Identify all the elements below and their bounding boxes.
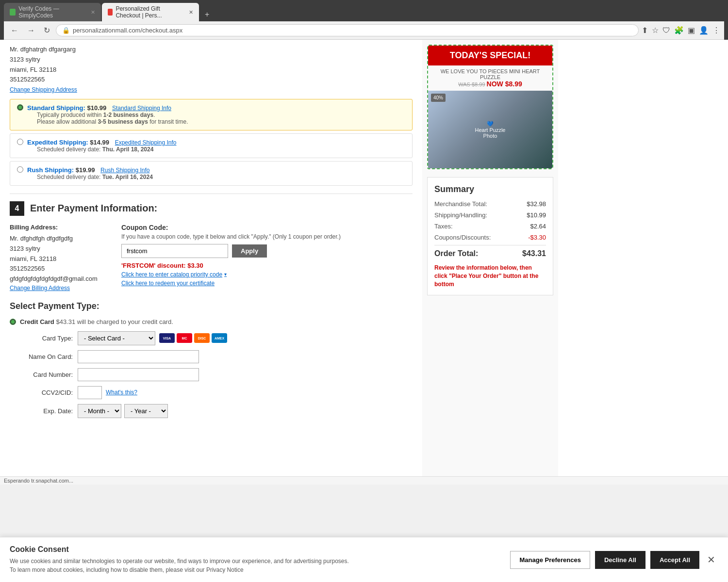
standard-shipping-name: Standard Shipping: [27,104,85,112]
credit-card-label: Credit Card $43.31 will be charged to yo… [20,318,173,325]
exp-year-select[interactable]: - Year - 2024 2025 2026 2027 2028 [124,404,168,418]
payment-inner: Billing Address: Mr. dfghdfgh dfgdfgdfg … [10,224,413,291]
change-billing-link[interactable]: Change Billing Address [10,285,70,291]
chevron-down-icon: ▾ [224,272,227,277]
standard-shipping-detail2: Please allow additional 3-5 business day… [37,118,188,125]
ad-now-price: NOW $8.99 [487,80,522,88]
discount-text: 'FRSTCOM' discount: $3.30 [121,262,413,269]
card-number-row: Card Number: [19,368,413,381]
catalog-link-text: Click here to enter catalog priority cod… [121,271,222,278]
page-content: Mr. dfghatrgh dfgargarg 3123 syltry miam… [0,40,728,476]
tab-1-close[interactable]: ✕ [91,9,95,16]
merchandise-label: Merchandise Total: [434,200,487,208]
ad-product-name: WE LOVE YOU TO PIECES MINI HEART PUZZLE [441,68,540,80]
tab-2-close[interactable]: ✕ [189,9,193,16]
expedited-shipping-info-link[interactable]: Expedited Shipping Info [115,139,177,146]
forward-button[interactable]: → [24,25,38,36]
rush-shipping-name: Rush Shipping: [27,166,74,174]
coupon-note: If you have a coupon code, type it below… [121,233,413,240]
main-content: Mr. dfghatrgh dfgargarg 3123 syltry miam… [0,40,422,476]
new-tab-button[interactable]: + [200,8,214,21]
credit-card-radio[interactable] [10,319,16,325]
toolbar-icons: ⬆ ☆ 🛡 🧩 ▣ 👤 ⋮ [642,26,720,35]
merchandise-total-row: Merchandise Total: $32.98 [434,200,546,208]
name-on-card-row: Name On Card: [19,350,413,363]
shipping-total-row: Shipping/Handling: $10.99 [434,211,546,219]
card-number-input[interactable] [78,368,199,381]
puzzle-icon[interactable]: 🧩 [674,26,684,35]
coupon-label: Coupon Code: [121,224,413,231]
ccv-input[interactable] [78,386,102,399]
lock-icon: 🔒 [62,27,70,34]
shipping-phone: 3512522565 [10,75,413,85]
tab-1[interactable]: Verify Codes — SimplyCodes ✕ [4,3,101,21]
sidebar-icon[interactable]: ▣ [688,26,695,35]
billing-city-state: miami, FL 32118 [10,254,107,264]
taxes-row: Taxes: $2.64 [434,223,546,230]
menu-icon[interactable]: ⋮ [712,26,720,35]
whatsthis-link[interactable]: What's this? [106,389,137,396]
change-shipping-link[interactable]: Change Shipping Address [10,86,77,93]
mastercard-icon: MC [177,333,192,343]
standard-shipping-info-link[interactable]: Standard Shipping Info [112,105,171,112]
expedited-shipping-label[interactable]: Expedited Shipping: $14.99 Expedited Shi… [17,139,405,153]
order-total-label: Order Total: [434,249,478,258]
status-left: Esperando tr.snapchat.com... [4,478,73,484]
card-type-select[interactable]: - Select Card - Visa Mastercard Discover… [78,331,155,345]
sidebar-ad[interactable]: TODAY'S SPECIAL! WE LOVE YOU TO PIECES M… [427,45,553,169]
sidebar: TODAY'S SPECIAL! WE LOVE YOU TO PIECES M… [422,40,558,476]
shipping-name: Mr. dfghatrgh dfgargarg [10,45,413,55]
puzzle-image: 💙Heart PuzzlePhoto [428,91,552,168]
review-notice: Review the information below, then click… [434,264,546,288]
order-total-row: Order Total: $43.31 [434,249,546,258]
star-icon[interactable]: ☆ [652,26,659,35]
share-icon[interactable]: ⬆ [642,26,648,35]
coupons-label: Coupons/Discounts: [434,234,491,241]
name-on-card-input[interactable] [78,350,199,363]
coupon-input[interactable] [121,244,228,258]
expedited-shipping-price: $14.99 [90,139,109,146]
back-button[interactable]: ← [8,25,21,36]
tab-2-favicon [108,9,113,16]
tab-2-label: Personalized Gift Checkout | Pers... [116,5,184,19]
catalog-priority-link[interactable]: Click here to enter catalog priority cod… [121,271,413,278]
exp-month-select[interactable]: - Month - 01 02 03 04 05 06 07 08 09 10 [78,404,121,418]
billing-phone: 3512522565 [10,264,107,274]
expedited-shipping-radio[interactable] [17,139,23,145]
payment-section: 4 Enter Payment Information: Billing Add… [10,194,413,430]
browser-chrome: Verify Codes — SimplyCodes ✕ Personalize… [0,0,728,40]
rush-shipping-info-link[interactable]: Rush Shipping Info [100,167,149,174]
redeem-cert-link[interactable]: Click here to redeem your certificate [121,280,215,287]
reload-button[interactable]: ↻ [41,25,53,36]
shield-icon[interactable]: 🛡 [662,26,670,35]
visa-icon: VISA [159,333,175,343]
shipping-address-block: Mr. dfghatrgh dfgargarg 3123 syltry miam… [10,45,413,95]
ccv-label: CCV2/CID: [19,389,78,396]
shipping-city-state: miami, FL 32118 [10,65,413,75]
summary-box: Summary Merchandise Total: $32.98 Shippi… [427,177,553,295]
expedited-shipping-name: Expedited Shipping: [27,139,88,146]
shipping-value: $10.99 [527,211,546,219]
address-bar[interactable]: 🔒 personalizationmall.com/checkout.aspx [56,24,639,36]
billing-address-label: Billing Address: [10,224,107,231]
rush-shipping-radio[interactable] [17,166,23,173]
ad-banner: TODAY'S SPECIAL! [428,46,552,65]
standard-shipping-radio[interactable] [17,104,23,111]
profile-icon[interactable]: 👤 [699,26,709,35]
tab-2[interactable]: Personalized Gift Checkout | Pers... ✕ [102,3,199,21]
tab-1-label: Verify Codes — SimplyCodes [18,5,86,19]
url-text: personalizationmall.com/checkout.aspx [73,27,182,34]
merchandise-value: $32.98 [527,200,546,208]
exp-selects: - Month - 01 02 03 04 05 06 07 08 09 10 [78,404,168,418]
apply-button[interactable]: Apply [232,244,267,258]
rush-shipping-price: $19.99 [76,166,95,174]
coupon-row: Apply [121,244,413,258]
taxes-label: Taxes: [434,223,453,230]
ad-was-price: WAS $8.99 [458,81,485,87]
browser-toolbar: ← → ↻ 🔒 personalizationmall.com/checkout… [4,21,724,40]
name-on-card-label: Name On Card: [19,353,78,360]
payment-section-num: 4 [10,201,24,216]
rush-shipping-label[interactable]: Rush Shipping: $19.99 Rush Shipping Info… [17,166,405,180]
taxes-value: $2.64 [530,223,546,230]
standard-shipping-label[interactable]: Standard Shipping: $10.99 Standard Shipp… [17,104,405,125]
